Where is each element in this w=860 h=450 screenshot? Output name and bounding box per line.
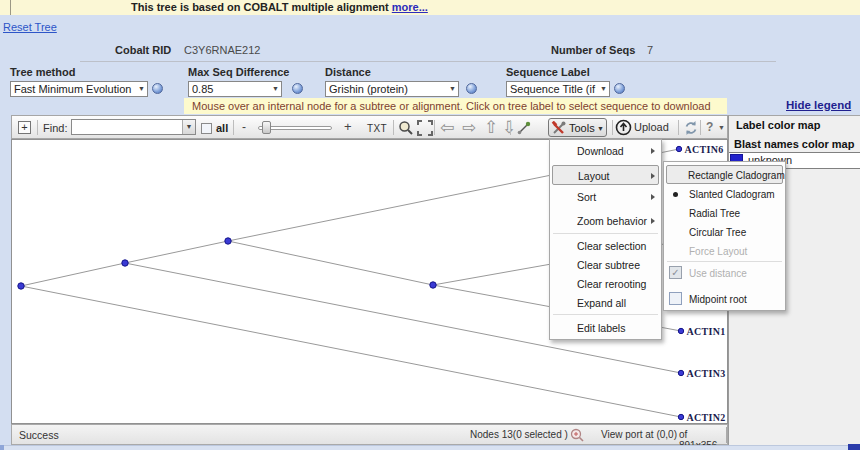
arrow-left-icon[interactable]: ⇦ [440, 117, 454, 138]
hide-legend-link[interactable]: Hide legend [786, 99, 851, 111]
menu-separator [553, 233, 658, 234]
menu-item-layout[interactable]: Layout [552, 165, 659, 185]
hint-bar: Mouse over an internal node for a subtre… [184, 98, 727, 114]
distance-label: Distance [325, 66, 371, 78]
arrow-up-icon[interactable]: ⇧ [484, 117, 498, 138]
tree-leaf-node[interactable] [676, 146, 681, 151]
upload-label[interactable]: Upload [634, 121, 669, 133]
scrollbar-thumb[interactable] [0, 445, 4, 450]
tools-icon [551, 121, 567, 136]
upload-icon[interactable] [615, 119, 632, 136]
reroot-icon[interactable] [516, 120, 532, 136]
num-seqs-label: Number of Seqs [551, 44, 635, 56]
tree-leaf-label[interactable]: ACTIN2 [687, 412, 726, 423]
tree-internal-node[interactable] [430, 282, 436, 288]
chevron-down-icon[interactable]: ▼ [718, 124, 725, 131]
submenu-item-force-layout: Force Layout [664, 243, 785, 261]
sequence-label-label: Sequence Label [506, 66, 590, 78]
zoom-selection-icon[interactable] [570, 428, 584, 442]
submenu-arrow-icon [651, 173, 655, 179]
menu-item-clear-subtree[interactable]: Clear subtree [550, 256, 661, 274]
submenu-arrow-icon [651, 148, 655, 154]
tree-leaf-node[interactable] [678, 370, 683, 375]
refresh-icon[interactable] [683, 120, 699, 136]
status-bar: Success Nodes 13(0 selected ) View port … [11, 424, 728, 445]
menu-item-zoom-behavior[interactable]: Zoom behavior [550, 212, 661, 230]
distance-select[interactable]: Grishin (protein)▼ [325, 81, 459, 97]
tree-method-label: Tree method [10, 66, 75, 78]
divider [10, 0, 11, 15]
submenu-item-use-distance: Use distance [664, 265, 785, 283]
toolbar: + Find: ▼ all - + TXT ⇦ ⇨ ⇧ ⇩ Tools ▼ Up… [11, 115, 728, 139]
tree-edge [228, 241, 433, 285]
banner-text: This tree is based on COBALT multiple al… [131, 1, 428, 13]
tree-leaf-label[interactable]: ACTIN1 [687, 326, 726, 337]
find-label: Find: [43, 122, 67, 134]
menu-item-expand-all[interactable]: Expand all [550, 294, 661, 312]
scrollbar-corner [848, 444, 860, 450]
chevron-down-icon: ▼ [597, 125, 604, 132]
menu-item-edit-labels[interactable]: Edit labels [550, 319, 661, 337]
submenu-item-circular-tree[interactable]: Circular Tree [664, 224, 785, 242]
submenu-item-slanted-cladogram[interactable]: Slanted Cladogram [664, 186, 785, 204]
all-label: all [216, 122, 228, 134]
tree-method-select[interactable]: Fast Minimum Evolution▼ [10, 81, 148, 97]
fullscreen-icon[interactable] [417, 120, 433, 136]
legend-subtitle: Blast names color map [734, 138, 854, 150]
tree-edge [21, 263, 125, 286]
num-seqs-value: 7 [647, 44, 653, 56]
tools-label: Tools [569, 122, 595, 134]
txt-button[interactable]: TXT [367, 123, 387, 134]
arrow-right-icon[interactable]: ⇨ [462, 117, 476, 138]
hint-text: Mouse over an internal node for a subtre… [192, 100, 711, 112]
legend-title: Label color map [736, 119, 820, 131]
status-viewport: View port at (0,0) [601, 429, 677, 440]
submenu-item-rectangle-cladogram[interactable]: Rectangle Cladogram [666, 165, 783, 184]
status-nodes: Nodes 13(0 selected ) [470, 429, 568, 440]
menu-item-clear-rerooting[interactable]: Clear rerooting [550, 275, 661, 293]
help-icon[interactable] [614, 83, 625, 94]
help-icon[interactable] [292, 83, 303, 94]
tree-leaf-node[interactable] [678, 414, 683, 419]
tools-menu: Download Layout Sort Zoom behavior Clear… [549, 139, 662, 340]
zoom-in-button[interactable]: + [344, 119, 352, 134]
search-icon[interactable] [398, 120, 414, 136]
max-seq-diff-label: Max Seq Difference [188, 66, 289, 78]
max-seq-diff-select[interactable]: 0.85▼ [188, 81, 282, 97]
zoom-slider-handle[interactable] [262, 121, 271, 134]
menu-separator [553, 314, 658, 315]
menu-item-sort[interactable]: Sort [550, 188, 661, 206]
submenu-arrow-icon [651, 218, 655, 224]
menu-item-download[interactable]: Download [550, 142, 661, 160]
more-link[interactable]: more... [392, 1, 428, 13]
find-input[interactable]: ▼ [71, 119, 196, 135]
tree-edge [125, 241, 228, 263]
tools-button[interactable]: Tools ▼ [548, 118, 607, 137]
all-checkbox[interactable] [201, 123, 212, 134]
divider [726, 427, 727, 443]
submenu-arrow-icon [651, 194, 655, 200]
zoom-out-button[interactable]: - [242, 120, 246, 134]
help-icon[interactable] [466, 83, 477, 94]
horizontal-scrollbar[interactable] [0, 445, 860, 450]
tree-leaf-label[interactable]: ACTIN3 [687, 368, 726, 379]
tree-internal-node[interactable] [225, 238, 231, 244]
cobalt-rid-label: Cobalt RID [115, 44, 171, 56]
tree-internal-node[interactable] [122, 260, 128, 266]
expand-icon[interactable]: + [18, 121, 31, 134]
sequence-label-select[interactable]: Sequence Title (if avail▼ [506, 81, 610, 97]
tree-internal-node[interactable] [18, 283, 24, 289]
layout-submenu: Rectangle Cladogram Slanted Cladogram Ra… [663, 161, 786, 311]
menu-separator [667, 261, 782, 262]
divider [80, 61, 776, 62]
reset-tree-link[interactable]: Reset Tree [3, 21, 57, 33]
tree-leaf-label[interactable]: ACTIN6 [685, 144, 724, 155]
menu-item-clear-selection[interactable]: Clear selection [550, 237, 661, 255]
chevron-down-icon[interactable]: ▼ [182, 120, 195, 134]
help-icon[interactable] [152, 83, 163, 94]
tree-leaf-node[interactable] [678, 328, 683, 333]
help-button[interactable]: ? [706, 120, 713, 134]
submenu-item-midpoint-root[interactable]: Midpoint root [664, 291, 785, 309]
submenu-item-radial-tree[interactable]: Radial Tree [664, 205, 785, 223]
status-message: Success [19, 429, 59, 441]
